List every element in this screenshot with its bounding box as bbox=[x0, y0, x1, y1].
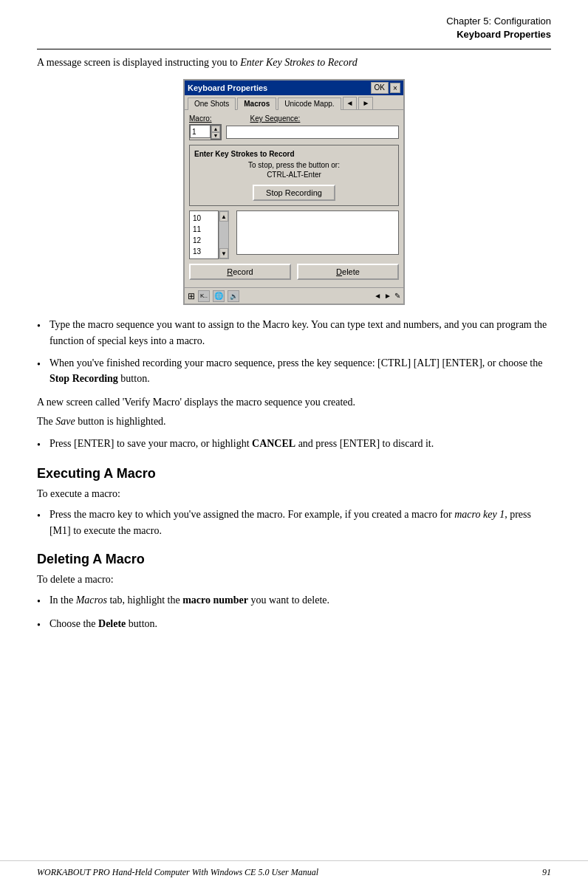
deleting-macro-bullets: • In the Macros tab, highlight the macro… bbox=[37, 592, 551, 633]
enter-keys-shortcut: CTRL-ALT-Enter bbox=[194, 171, 394, 179]
section-line: Keyboard Properties bbox=[37, 28, 551, 41]
bullet-item-3: • Press [ENTER] to save your macro, or h… bbox=[37, 436, 551, 453]
executing-text-1: Press the macro key to which you've assi… bbox=[49, 507, 551, 538]
keyboard-properties-dialog: Keyboard Properties OK × One Shots Macro… bbox=[183, 79, 405, 305]
delete-rest: elete bbox=[342, 267, 360, 276]
list-num-13: 13 bbox=[193, 246, 215, 257]
enter-keys-instruction1: To stop, press the button or: bbox=[194, 161, 394, 169]
chapter-line: Chapter 5: Configuration bbox=[37, 15, 551, 28]
taskbar-k-icon[interactable]: K.. bbox=[198, 290, 210, 302]
taskbar-nav-right[interactable]: ► bbox=[384, 292, 392, 300]
deleting-macro-section: Deleting A Macro To delete a macro: • In… bbox=[37, 552, 551, 633]
list-num-11: 11 bbox=[193, 224, 215, 235]
bullet-list-2: • Press [ENTER] to save your macro, or h… bbox=[37, 436, 551, 453]
list-scrollbar: ▲ ▼ bbox=[219, 210, 229, 259]
deleting-text-1: In the Macros tab, highlight the macro n… bbox=[49, 592, 551, 610]
intro-italic: Enter Key Strokes to Record bbox=[240, 57, 357, 68]
taskbar-start-icon[interactable]: ⊞ bbox=[188, 291, 195, 301]
bullet-dot-2: • bbox=[37, 357, 41, 387]
verify-macro-para: A new screen called 'Verify Macro' displ… bbox=[37, 394, 551, 411]
list-num-10: 10 bbox=[193, 213, 215, 224]
bottom-buttons: Record Delete bbox=[189, 264, 399, 280]
macro-number-box: 1 bbox=[190, 125, 211, 138]
enter-keys-panel: Enter Key Strokes to Record To stop, pre… bbox=[189, 145, 399, 206]
ok-button[interactable]: OK bbox=[371, 82, 389, 94]
tab-arrow-right[interactable]: ► bbox=[358, 97, 373, 109]
scrollbar-down[interactable]: ▼ bbox=[219, 248, 228, 258]
bullet-text-1: Type the macro sequence you want to assi… bbox=[49, 317, 551, 349]
macro-scroll-down[interactable]: ▼ bbox=[211, 132, 220, 139]
deleting-macro-heading: Deleting A Macro bbox=[37, 552, 551, 567]
bullet-text-2: When you've finished recording your macr… bbox=[49, 355, 551, 387]
stop-recording-button[interactable]: Stop Recording bbox=[253, 185, 335, 201]
executing-macro-section: Executing A Macro To execute a macro: • … bbox=[37, 466, 551, 538]
record-underline: R bbox=[227, 267, 233, 276]
record-rest: ecord bbox=[233, 267, 253, 276]
footer-left: WORKABOUT PRO Hand-Held Computer With Wi… bbox=[37, 867, 318, 878]
page-header: Chapter 5: Configuration Keyboard Proper… bbox=[37, 15, 551, 41]
bullet-item-2: • When you've finished recording your ma… bbox=[37, 355, 551, 387]
list-with-scroll: 10 11 12 13 ▲ ▼ bbox=[189, 210, 233, 259]
dialog-title: Keyboard Properties bbox=[188, 83, 267, 92]
screenshot-container: Keyboard Properties OK × One Shots Macro… bbox=[37, 79, 551, 305]
delete-button[interactable]: Delete bbox=[297, 264, 399, 280]
list-numbers: 10 11 12 13 bbox=[189, 210, 219, 259]
win-taskbar: ⊞ K.. 🌐 🔊 ◄ ► ✎ bbox=[185, 287, 403, 304]
titlebar-buttons: OK × bbox=[371, 82, 400, 94]
scrollbar-up[interactable]: ▲ bbox=[219, 211, 228, 222]
close-button[interactable]: × bbox=[390, 83, 400, 93]
list-num-12: 12 bbox=[193, 235, 215, 246]
taskbar-globe-icon[interactable]: 🌐 bbox=[213, 290, 225, 302]
dialog-content: Macro: Key Sequence: 1 ▲ ▼ Enter bbox=[185, 110, 403, 287]
list-area: 10 11 12 13 ▲ ▼ bbox=[189, 210, 399, 259]
intro-paragraph: A message screen is displayed instructin… bbox=[37, 57, 551, 69]
bullet-text-3: Press [ENTER] to save your macro, or hig… bbox=[49, 436, 551, 453]
executing-bullet-1: • Press the macro key to which you've as… bbox=[37, 507, 551, 538]
delete-underline: D bbox=[336, 267, 342, 276]
tab-macros[interactable]: Macros bbox=[237, 97, 276, 110]
key-seq-label: Key Sequence: bbox=[250, 114, 301, 123]
tab-unicode[interactable]: Unicode Mapp. bbox=[278, 97, 341, 110]
footer-right: 91 bbox=[542, 867, 551, 878]
deleting-dot-1: • bbox=[37, 594, 41, 610]
executing-dot-1: • bbox=[37, 508, 41, 538]
deleting-macro-intro: To delete a macro: bbox=[37, 572, 551, 588]
dialog-tabs: One Shots Macros Unicode Mapp. ◄ ► bbox=[185, 95, 403, 110]
key-sequence-input[interactable] bbox=[226, 126, 399, 139]
bullet-dot-3: • bbox=[37, 437, 41, 453]
executing-macro-intro: To execute a macro: bbox=[37, 486, 551, 502]
page-footer: WORKABOUT PRO Hand-Held Computer With Wi… bbox=[0, 860, 588, 884]
bullet-list-1: • Type the macro sequence you want to as… bbox=[37, 317, 551, 387]
macro-scroll-up[interactable]: ▲ bbox=[211, 126, 220, 132]
executing-macro-bullets: • Press the macro key to which you've as… bbox=[37, 507, 551, 538]
macro-label: Macro: bbox=[189, 114, 212, 123]
tab-one-shots[interactable]: One Shots bbox=[188, 97, 236, 110]
tab-arrow-left[interactable]: ◄ bbox=[343, 97, 358, 109]
save-button-para: The Save button is highlighted. bbox=[37, 414, 551, 430]
deleting-dot-2: • bbox=[37, 617, 41, 634]
dialog-titlebar: Keyboard Properties OK × bbox=[185, 80, 403, 95]
deleting-text-2: Choose the Delete button. bbox=[49, 616, 551, 634]
record-button[interactable]: Record bbox=[189, 264, 291, 280]
executing-macro-heading: Executing A Macro bbox=[37, 466, 551, 482]
key-sequence-list[interactable] bbox=[236, 210, 399, 255]
taskbar-edit-icon[interactable]: ✎ bbox=[394, 292, 400, 300]
intro-text-before: A message screen is displayed instructin… bbox=[37, 57, 240, 68]
deleting-bullet-1: • In the Macros tab, highlight the macro… bbox=[37, 592, 551, 610]
enter-keys-title: Enter Key Strokes to Record bbox=[194, 150, 394, 158]
macro-row: 1 ▲ ▼ bbox=[189, 124, 399, 140]
bullet-item-1: • Type the macro sequence you want to as… bbox=[37, 317, 551, 349]
bullet-dot-1: • bbox=[37, 318, 41, 349]
header-rule bbox=[37, 49, 551, 49]
macro-scroll: ▲ ▼ bbox=[211, 125, 221, 140]
deleting-bullet-2: • Choose the Delete button. bbox=[37, 616, 551, 634]
scrollbar-track bbox=[219, 222, 228, 248]
taskbar-sound-icon[interactable]: 🔊 bbox=[228, 290, 239, 302]
taskbar-nav-left[interactable]: ◄ bbox=[374, 292, 381, 300]
